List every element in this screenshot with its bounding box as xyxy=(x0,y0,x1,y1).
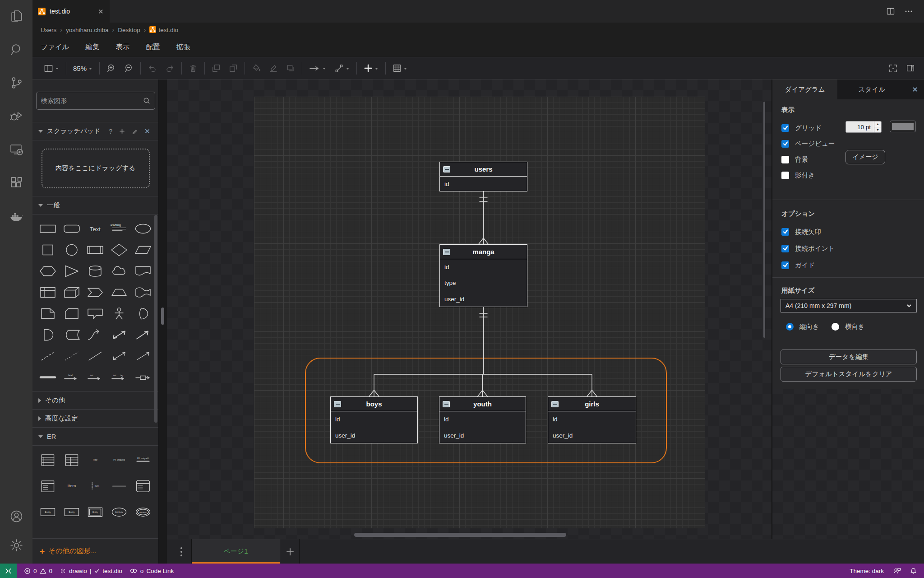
paper-size-select[interactable]: A4 (210 mm x 297 mm) xyxy=(781,299,917,312)
breadcrumb-item[interactable]: yoshiharu.chiba xyxy=(66,27,109,33)
help-icon[interactable]: ? xyxy=(109,128,112,135)
shape-square-icon[interactable] xyxy=(36,242,60,258)
canvas-horizontal-scrollbar[interactable] xyxy=(354,533,566,537)
grid-color-swatch[interactable] xyxy=(890,121,916,132)
shape-cloud-icon[interactable] xyxy=(107,263,131,279)
shape-bidirectional-arrow-icon[interactable] xyxy=(107,326,131,343)
tab-diagram[interactable]: ダイアグラム xyxy=(772,79,837,99)
docker-icon[interactable] xyxy=(6,206,27,227)
settings-gear-icon[interactable] xyxy=(6,535,27,555)
shape-data-storage-icon[interactable] xyxy=(60,326,84,343)
shape-hexagon-icon[interactable] xyxy=(36,263,60,279)
er-table-youth[interactable]: youthiduser_id xyxy=(439,396,526,443)
grid-size-stepper[interactable]: ▲▼ xyxy=(874,121,882,133)
shadow-icon[interactable] xyxy=(286,64,295,73)
insert-icon[interactable] xyxy=(364,64,379,73)
table-field[interactable]: user_id xyxy=(331,428,417,444)
problems-status[interactable]: 0 0 xyxy=(24,568,52,574)
stepper-down-icon[interactable]: ▼ xyxy=(874,127,881,133)
grid-size-input[interactable]: 10 pt xyxy=(845,121,874,133)
breadcrumb-item[interactable]: Desktop xyxy=(118,27,140,33)
delete-icon[interactable] xyxy=(189,64,198,73)
shape-row-underline-icon[interactable]: PK uniqueId xyxy=(131,452,155,468)
pageview-icon[interactable] xyxy=(44,64,59,73)
more-actions-icon[interactable] xyxy=(904,7,913,16)
shape-and-icon[interactable] xyxy=(36,326,60,343)
edit-icon[interactable] xyxy=(132,128,138,134)
to-front-icon[interactable] xyxy=(212,64,221,73)
shape-arrow-label-2-icon[interactable]: text xyxy=(83,369,107,385)
run-debug-icon[interactable] xyxy=(6,106,27,126)
shape-dotted-line-icon[interactable] xyxy=(60,348,84,364)
zoom-in-icon[interactable] xyxy=(106,64,116,73)
shape-circle-icon[interactable] xyxy=(60,242,84,258)
pageview-checkbox[interactable] xyxy=(781,140,789,148)
connection-icon[interactable] xyxy=(309,64,326,73)
shape-table-2-icon[interactable] xyxy=(60,452,84,468)
option-checkbox-2[interactable] xyxy=(781,261,789,269)
to-back-icon[interactable] xyxy=(229,64,238,73)
portrait-radio[interactable] xyxy=(786,323,794,331)
option-checkbox-0[interactable] xyxy=(781,228,789,236)
stepper-up-icon[interactable]: ▲ xyxy=(874,121,881,127)
drawio-status[interactable]: drawio | test.dio xyxy=(60,568,122,574)
close-icon[interactable] xyxy=(144,128,150,134)
scratchpad-dropzone[interactable]: 内容をここにドラッグする xyxy=(42,149,150,188)
add-page-icon[interactable] xyxy=(281,539,300,564)
shape-note-icon[interactable] xyxy=(36,305,60,322)
panel-resizer[interactable] xyxy=(159,79,167,564)
grid-checkbox[interactable] xyxy=(781,124,789,132)
shape-document-icon[interactable] xyxy=(131,263,155,279)
shape-list-icon[interactable] xyxy=(36,478,60,494)
shape-item-dotted-icon[interactable]: Item xyxy=(83,478,107,494)
shape-table-1-icon[interactable] xyxy=(36,452,60,468)
shape-parallelogram-icon[interactable] xyxy=(131,242,155,258)
shape-arrow-label-3-icon[interactable]: texttag xyxy=(107,369,131,385)
section-general[interactable]: 一般 xyxy=(32,196,158,214)
shape-item-icon[interactable]: Item xyxy=(60,478,84,494)
canvas-vertical-scrollbar[interactable] xyxy=(763,102,765,338)
shape-dashed-line-icon[interactable] xyxy=(36,348,60,364)
collapse-icon[interactable] xyxy=(334,401,341,407)
shape-panel-scrollbar[interactable] xyxy=(154,215,157,423)
split-editor-icon[interactable] xyxy=(886,7,895,16)
shape-row-icon[interactable]: Row xyxy=(83,452,107,468)
section-scratchpad[interactable]: スクラッチパッド ? xyxy=(32,122,158,140)
shape-arrow-icon[interactable] xyxy=(131,326,155,343)
table-field[interactable]: id xyxy=(440,177,527,191)
table-field[interactable]: id xyxy=(440,259,527,275)
line-color-icon[interactable] xyxy=(269,64,278,73)
tab-style[interactable]: スタイル xyxy=(837,79,906,99)
shape-or-icon[interactable] xyxy=(131,305,155,322)
shape-actor-icon[interactable] xyxy=(107,305,131,322)
collapse-icon[interactable] xyxy=(443,401,450,407)
edit-data-button[interactable]: データを編集 xyxy=(781,350,917,364)
search-input[interactable] xyxy=(41,97,140,104)
format-panel-icon[interactable] xyxy=(906,64,915,73)
shape-directional-connector-icon[interactable] xyxy=(131,348,155,364)
section-advanced[interactable]: 高度な設定 xyxy=(32,409,158,427)
diagram-canvas[interactable]: usersidmangaidtypeuser_idboysiduser_idyo… xyxy=(167,79,772,539)
editor-tab-test-dio[interactable]: test.dio xyxy=(32,0,110,23)
shape-rectangle-icon[interactable] xyxy=(36,220,60,237)
feedback-icon[interactable] xyxy=(893,567,901,574)
shape-arrow-box-icon[interactable] xyxy=(131,369,155,385)
table-field[interactable]: user_id xyxy=(439,428,526,444)
shape-callout-icon[interactable] xyxy=(83,305,107,322)
redo-icon[interactable] xyxy=(165,64,175,73)
shape-cube-icon[interactable] xyxy=(60,284,84,300)
table-field[interactable]: id xyxy=(548,411,636,428)
shape-process-icon[interactable] xyxy=(83,242,107,258)
shape-line-icon[interactable] xyxy=(83,348,107,364)
shape-entity-plain-icon[interactable]: Entity xyxy=(60,504,84,520)
table-field[interactable]: user_id xyxy=(548,428,636,444)
zoom-level[interactable]: 85% xyxy=(73,65,92,72)
shape-link-icon[interactable] xyxy=(36,369,60,385)
er-table-manga[interactable]: mangaidtypeuser_id xyxy=(439,244,527,307)
breadcrumb-item[interactable]: test.dio xyxy=(149,26,178,33)
add-icon[interactable] xyxy=(119,128,125,134)
pages-menu-icon[interactable] xyxy=(173,539,189,564)
remote-indicator[interactable] xyxy=(0,564,17,578)
shape-trapezoid-icon[interactable] xyxy=(107,284,131,300)
shape-card-icon[interactable] xyxy=(60,305,84,322)
